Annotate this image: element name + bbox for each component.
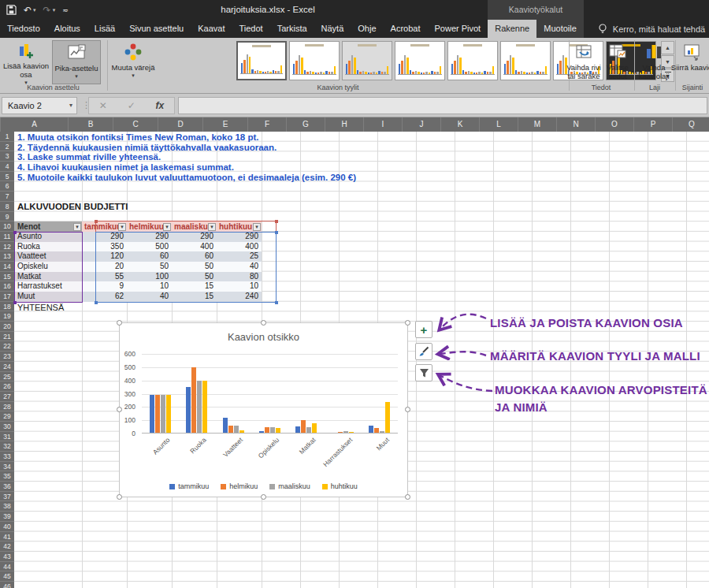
row-header[interactable]: 39 bbox=[0, 512, 14, 522]
category-cell[interactable]: Muut bbox=[14, 292, 82, 302]
quick-layout-button[interactable]: Pika-asettelu ▾ bbox=[52, 40, 101, 84]
tab-lisaa[interactable]: Lisää bbox=[87, 20, 122, 38]
bar-helmikuu[interactable] bbox=[301, 420, 306, 434]
row-header[interactable]: 43 bbox=[0, 552, 14, 562]
chart-style-thumbnail[interactable] bbox=[447, 41, 498, 80]
value-cell[interactable]: 62 bbox=[82, 292, 127, 302]
value-cell[interactable]: 400 bbox=[217, 242, 262, 252]
tab-tiedot[interactable]: Tiedot bbox=[232, 20, 269, 38]
row-header[interactable]: 33 bbox=[0, 452, 14, 462]
save-icon[interactable] bbox=[6, 5, 17, 15]
row-header[interactable]: 7 bbox=[0, 192, 14, 202]
chart-object[interactable]: Kaavion otsikko 0100200300400500600 Asun… bbox=[119, 322, 408, 497]
row-header[interactable]: 23 bbox=[0, 352, 14, 362]
tab-tiedosto[interactable]: Tiedosto bbox=[0, 20, 47, 38]
value-cell[interactable]: 50 bbox=[172, 262, 217, 272]
bar-maaliskuu[interactable] bbox=[161, 395, 165, 434]
resize-handle[interactable] bbox=[117, 407, 122, 412]
tab-rakenne[interactable]: Rakenne bbox=[488, 20, 536, 38]
row-header[interactable]: 11 bbox=[0, 232, 14, 242]
row-header[interactable]: 22 bbox=[0, 341, 14, 352]
row-header[interactable]: 36 bbox=[0, 482, 14, 492]
column-header[interactable]: E bbox=[203, 117, 248, 132]
bar-huhtikuu[interactable] bbox=[202, 381, 207, 434]
row-header[interactable]: 42 bbox=[0, 541, 14, 552]
row-header[interactable]: 31 bbox=[0, 432, 14, 442]
tab-acrobat[interactable]: Acrobat bbox=[384, 20, 428, 38]
insert-function-icon[interactable]: fx bbox=[155, 100, 164, 111]
chart-style-thumbnail[interactable] bbox=[289, 41, 340, 80]
enter-icon[interactable]: ✓ bbox=[128, 100, 135, 111]
column-header[interactable]: M bbox=[518, 117, 557, 132]
row-header[interactable]: 2 bbox=[0, 142, 14, 152]
column-header[interactable]: L bbox=[480, 117, 518, 132]
chart-style-thumbnail[interactable] bbox=[500, 41, 551, 80]
change-colors-button[interactable]: Muuta värejä ▾ bbox=[109, 40, 158, 84]
value-cell[interactable]: 80 bbox=[217, 272, 262, 282]
add-chart-element-button[interactable]: Lisää kaavion osa ▾ bbox=[2, 40, 50, 84]
row-header[interactable]: 30 bbox=[0, 422, 14, 432]
move-chart-button[interactable]: Siirrä kaavio bbox=[668, 40, 709, 84]
resize-handle[interactable] bbox=[261, 320, 266, 326]
header-huhtikuu[interactable]: huhtikuu▼ bbox=[217, 221, 262, 232]
tab-nayta[interactable]: Näytä bbox=[314, 20, 351, 38]
resize-handle[interactable] bbox=[117, 494, 122, 500]
value-cell[interactable]: 350 bbox=[82, 242, 127, 252]
value-cell[interactable]: 50 bbox=[127, 262, 172, 272]
chart-style-thumbnail[interactable] bbox=[395, 41, 445, 80]
filter-dropdown-icon[interactable]: ▼ bbox=[253, 223, 261, 231]
bar-helmikuu[interactable] bbox=[191, 367, 196, 434]
bar-huhtikuu[interactable] bbox=[312, 423, 317, 434]
column-header[interactable]: I bbox=[364, 117, 403, 132]
column-header[interactable]: A bbox=[1, 117, 69, 132]
row-header[interactable]: 1 bbox=[0, 132, 14, 142]
column-header[interactable]: K bbox=[441, 117, 480, 132]
row-header[interactable]: 9 bbox=[0, 212, 14, 222]
row-header[interactable]: 21 bbox=[0, 332, 14, 342]
chart-legend[interactable]: tammikuuhelmikuumaaliskuuhuhtikuu bbox=[120, 482, 407, 490]
bar-huhtikuu[interactable] bbox=[385, 402, 390, 434]
column-header[interactable]: G bbox=[287, 117, 325, 132]
header-menot[interactable]: Menot▼ bbox=[14, 221, 82, 232]
column-header[interactable]: F bbox=[248, 117, 287, 132]
header-helmikuu[interactable]: helmikuu▼ bbox=[127, 221, 172, 232]
category-cell[interactable]: Asunto bbox=[14, 232, 82, 242]
customize-qat-icon[interactable]: ≂ bbox=[62, 6, 69, 14]
legend-item[interactable]: maaliskuu bbox=[269, 482, 310, 490]
undo-button[interactable]: ↶▾ bbox=[24, 5, 36, 16]
name-box-caret-icon[interactable]: ▾ bbox=[69, 98, 72, 114]
column-header[interactable]: B bbox=[69, 117, 113, 132]
header-tammikuu[interactable]: tammikuu▼ bbox=[82, 221, 127, 232]
row-header[interactable]: 18 bbox=[0, 302, 14, 312]
column-header[interactable]: H bbox=[325, 117, 364, 132]
row-header[interactable]: 14 bbox=[0, 262, 14, 272]
row-header[interactable]: 46 bbox=[0, 582, 14, 588]
category-cell[interactable]: Harrastukset bbox=[14, 281, 82, 292]
value-cell[interactable]: 50 bbox=[172, 272, 217, 282]
row-header[interactable]: 45 bbox=[0, 571, 14, 582]
value-cell[interactable]: 15 bbox=[172, 292, 217, 302]
column-header[interactable]: J bbox=[403, 117, 441, 132]
row-header[interactable]: 5 bbox=[0, 172, 14, 182]
value-cell[interactable]: 100 bbox=[127, 272, 172, 282]
header-maaliskuu[interactable]: maaliskuu▼ bbox=[172, 221, 217, 232]
chart-style-thumbnail[interactable] bbox=[342, 41, 392, 80]
tab-kaavat[interactable]: Kaavat bbox=[191, 20, 232, 38]
filter-dropdown-icon[interactable]: ▼ bbox=[73, 223, 81, 231]
value-cell[interactable]: 10 bbox=[127, 281, 172, 292]
category-cell[interactable]: Vaatteet bbox=[14, 251, 82, 262]
switch-row-column-button[interactable]: Vaihda rivi tai sarake bbox=[565, 40, 603, 84]
row-header[interactable]: 4 bbox=[0, 162, 14, 172]
redo-button[interactable]: ↷▾ bbox=[43, 5, 56, 16]
value-cell[interactable]: 290 bbox=[172, 232, 217, 242]
tab-power-pivot[interactable]: Power Pivot bbox=[427, 20, 488, 38]
row-header[interactable]: 38 bbox=[0, 501, 14, 512]
column-header[interactable]: C bbox=[113, 117, 158, 132]
tab-tarkista[interactable]: Tarkista bbox=[270, 20, 314, 38]
row-header[interactable]: 37 bbox=[0, 492, 14, 502]
cancel-icon[interactable]: ✕ bbox=[99, 100, 107, 111]
row-header[interactable]: 17 bbox=[0, 292, 14, 302]
row-header[interactable]: 27 bbox=[0, 392, 14, 402]
redo-caret-icon[interactable]: ▾ bbox=[53, 7, 56, 13]
category-cell[interactable]: Matkat bbox=[14, 272, 82, 282]
